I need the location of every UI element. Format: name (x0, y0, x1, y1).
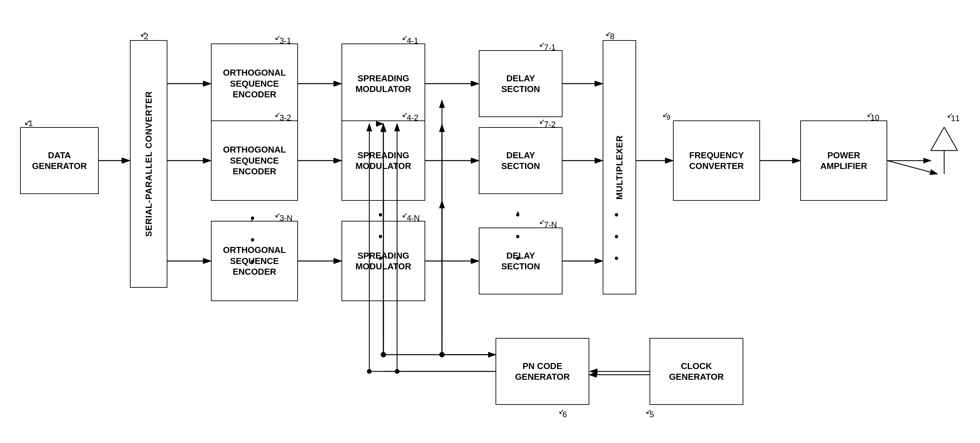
dots-ds: ••• (515, 204, 520, 269)
svg-point-67 (439, 352, 445, 357)
block-diagram: DATAGENERATOR 1 ↙ SERIAL-PARALLEL CONVER… (0, 0, 980, 443)
dots-sm: ••• (378, 204, 383, 269)
main-svg-connections (0, 0, 980, 443)
dots-mux: ••• (614, 204, 619, 269)
svg-line-48 (887, 160, 937, 174)
svg-point-66 (381, 352, 386, 357)
dots-ose: ••• (250, 208, 255, 272)
